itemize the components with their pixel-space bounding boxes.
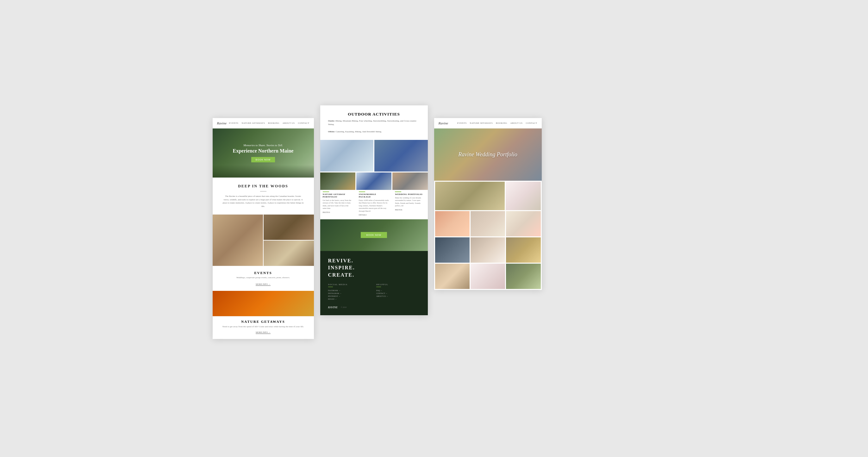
portfolio-card-2: WEDDING PORTFOLIO Make the wedding of yo…: [393, 173, 428, 218]
woods-text: The Ravine is a beautiful piece of natur…: [222, 195, 304, 208]
helpful-faq[interactable]: FAQ →: [376, 290, 420, 292]
woods-section: DEEP IN THE WOODS The Ravine is a beauti…: [213, 178, 314, 215]
gal-bride2: [470, 264, 505, 289]
portfolio-desc-2: Make the wedding of your dreams surround…: [393, 196, 428, 209]
social-houzz[interactable]: HOUZZ →: [328, 298, 372, 300]
dining-placeholder: [213, 215, 263, 266]
gal-bouquet: [506, 237, 540, 263]
left-panel: Ravine EVENTS NATURE GETAWAYS BOOKING AB…: [213, 118, 314, 339]
autumn-placeholder: [213, 291, 314, 316]
portfolio-link-2[interactable]: PHOTOS: [393, 209, 428, 213]
nav-nature[interactable]: NATURE GETAWAYS: [242, 122, 265, 124]
book-now-button[interactable]: BOOK NOW: [251, 157, 275, 162]
images-grid: [213, 215, 314, 266]
gal-cake2: [506, 211, 540, 236]
autumn-image: [213, 291, 314, 316]
left-logo: Ravine: [217, 121, 227, 125]
portfolio-card-1: SNOWMOBILE PACKAGE Enjoy 4,000 miles of …: [356, 173, 392, 218]
nature-more-link[interactable]: MORE INFO →: [256, 331, 271, 334]
right-hero: Ravine Wedding Portfolio: [434, 128, 542, 181]
social-pinterest[interactable]: PINTEREST →: [328, 295, 372, 297]
nav-booking[interactable]: BOOKING: [268, 122, 279, 124]
gal-cake: [506, 182, 540, 210]
portfolio-title-2: WEDDING PORTFOLIO: [393, 193, 428, 196]
nav-events[interactable]: EVENTS: [229, 122, 239, 124]
gal-flowers2: [435, 264, 470, 289]
portfolio-desc-1: Enjoy 4,000 miles of snowmobile trails t…: [356, 199, 392, 214]
footer-tagline: REVIVE.INSPIRE.CREATE.: [328, 257, 420, 278]
right-nav-booking[interactable]: BOOKING: [496, 122, 507, 124]
hiking-img: [374, 140, 428, 172]
helpful-about[interactable]: ABOUT US →: [376, 295, 420, 297]
snowmobile-img: [320, 140, 374, 172]
cabin-img: [320, 173, 355, 190]
offsite-text: Canoeing, Kayaking, Hiking, And Downhill…: [336, 130, 382, 133]
woods-heading: DEEP IN THE WOODS: [222, 184, 304, 189]
portfolio-title-1: SNOWMOBILE PACKAGE: [356, 193, 392, 199]
door-placeholder: [264, 241, 314, 266]
middle-panel: OUTDOOR ACTIVITIES Onsite: Hiking, Mount…: [320, 105, 428, 315]
barn-image: [264, 215, 314, 240]
barn-placeholder: [264, 215, 314, 240]
nature-heading: NATURE GETAWAYS: [222, 319, 304, 324]
portfolio-link-1[interactable]: DETAILS: [356, 214, 392, 218]
gal-field: [506, 264, 540, 289]
social-title: SOCIAL MEDIA: [328, 283, 372, 287]
left-hero-subtitle: Memories to Share. Stories to Tell.: [243, 144, 283, 147]
mid-footer: REVIVE.INSPIRE.CREATE. SOCIAL MEDIA FACE…: [320, 251, 428, 315]
dining-image: [213, 215, 263, 266]
cta-section: BOOK NOW: [320, 219, 428, 251]
right-nav: Ravine EVENTS NATURE SETAWAYS BOOKING AB…: [434, 118, 542, 128]
right-nav-about[interactable]: ABOUT US: [510, 122, 523, 124]
portfolio-title-0: NATURE GETAWAY PORTFOLIO: [320, 193, 355, 199]
snowmobile2-img: [356, 173, 392, 190]
outdoor-section: OUTDOOR ACTIVITIES Onsite: Hiking, Mount…: [320, 105, 428, 140]
right-nav-events[interactable]: EVENTS: [457, 122, 467, 124]
portfolio-card-0: NATURE GETAWAY PORTFOLIO Get back to the…: [320, 173, 355, 218]
snowmobile-photo: [320, 140, 374, 172]
gal-bride: [470, 237, 505, 263]
portfolio-link-0[interactable]: PHOTOS: [320, 211, 355, 216]
door-image: [264, 241, 314, 266]
activity-photos: [320, 140, 428, 172]
outdoor-text: Onsite: Hiking, Mountain Biking, Four wh…: [328, 119, 420, 133]
footer-bottom: RAVINE © 2018: [328, 306, 420, 309]
gal-couple: [470, 211, 505, 236]
footer-copy: © 2018: [341, 306, 346, 308]
gallery-row2: [434, 210, 542, 236]
events-more-link[interactable]: MORE INFO →: [256, 283, 271, 286]
divider: [260, 191, 267, 191]
onsite-label: Onsite:: [328, 120, 335, 122]
right-nav-nature[interactable]: NATURE SETAWAYS: [470, 122, 493, 124]
nav-about[interactable]: ABOUT US: [283, 122, 295, 124]
mid-book-now-button[interactable]: BOOK NOW: [361, 232, 387, 238]
gal-landscape: [435, 182, 505, 210]
offsite-label: Offsite:: [328, 130, 335, 133]
events-section: EVENTS Weddings, cooperate group events,…: [213, 266, 314, 291]
left-nav-links: EVENTS NATURE GETAWAYS BOOKING ABOUT US …: [229, 122, 309, 124]
portfolio-row: NATURE GETAWAY PORTFOLIO Get back to the…: [320, 173, 428, 218]
accent-0: [323, 191, 329, 192]
nature-section: NATURE GETAWAYS Need to get away from th…: [213, 316, 314, 339]
right-nav-contact[interactable]: CONTACT: [526, 122, 537, 124]
accent-1: [359, 191, 365, 192]
helpful-title: HELPFUL: [376, 283, 420, 287]
wedding-img: [393, 173, 428, 190]
gal-flowers1: [435, 211, 470, 236]
social-instagram[interactable]: INSTAGRAM →: [328, 293, 372, 294]
right-panel: Ravine EVENTS NATURE SETAWAYS BOOKING AB…: [434, 118, 542, 290]
footer-helpful: HELPFUL FAQ → CONTACT → ABOUT US →: [376, 283, 420, 301]
social-facebook[interactable]: FACEBOOK →: [328, 290, 372, 292]
gallery-row4: [434, 263, 542, 290]
onsite-text: Hiking, Mountain Biking, Four wheeling, …: [328, 120, 417, 126]
events-heading: EVENTS: [219, 271, 308, 275]
hiking-photo: [374, 140, 428, 172]
accent-2: [395, 191, 401, 192]
right-hero-title: Ravine Wedding Portfolio: [458, 151, 517, 158]
nav-contact[interactable]: CONTACT: [298, 122, 309, 124]
nature-text: Need to get away from the speed of life?…: [222, 325, 304, 329]
helpful-contact[interactable]: CONTACT →: [376, 293, 420, 294]
right-nav-links: EVENTS NATURE SETAWAYS BOOKING ABOUT US …: [457, 122, 537, 124]
left-nav: Ravine EVENTS NATURE GETAWAYS BOOKING AB…: [213, 118, 314, 128]
outdoor-heading: OUTDOOR ACTIVITIES: [328, 112, 420, 117]
